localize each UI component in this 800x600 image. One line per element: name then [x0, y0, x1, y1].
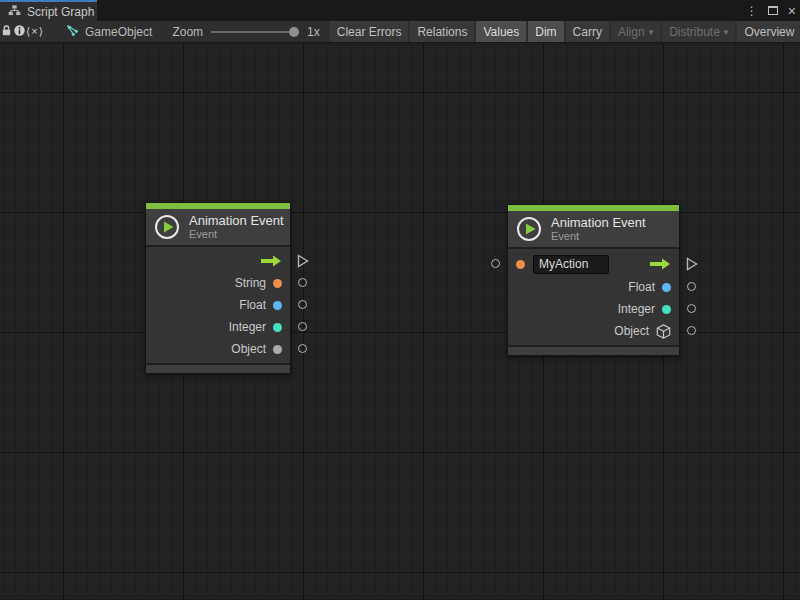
carry-button[interactable]: Carry: [566, 21, 609, 43]
port-label: Float: [239, 298, 266, 312]
dim-button[interactable]: Dim: [528, 21, 563, 43]
lock-icon: [0, 24, 13, 40]
event-name-input[interactable]: [533, 255, 609, 274]
flow-output-port[interactable]: [297, 254, 309, 268]
button-label: Dim: [535, 25, 556, 39]
graph-toolbar: ⟨×⟩ GameObject Zoom 1x: [0, 21, 800, 43]
node-body: Float Integer Object: [508, 249, 679, 345]
port-label: Integer: [618, 302, 655, 316]
button-label: Distribute: [669, 25, 720, 39]
zoom-control: Zoom 1x: [172, 25, 319, 39]
button-label: Overview: [744, 25, 794, 39]
output-port-float[interactable]: [687, 282, 696, 291]
node-subtitle: Event: [189, 228, 284, 241]
node-header[interactable]: Animation Event Event: [146, 209, 290, 247]
output-row-object: Object: [146, 338, 290, 360]
node-header[interactable]: Animation Event Event: [508, 211, 679, 249]
node-footer: [508, 345, 679, 355]
flow-arrow-icon: [260, 255, 282, 267]
zoom-to-fit-button[interactable]: ⟨×⟩: [26, 21, 44, 43]
zoom-slider[interactable]: [211, 26, 299, 38]
zoom-slider-handle[interactable]: [289, 27, 299, 37]
distribute-button[interactable]: Distribute ▾: [662, 21, 735, 43]
node-animation-event-1[interactable]: Animation Event Event: [145, 202, 291, 374]
zoom-to-fit-icon: ⟨×⟩: [26, 25, 44, 38]
graph-target: GameObject: [66, 24, 152, 40]
play-icon: [154, 214, 180, 240]
close-icon[interactable]: ×: [788, 4, 796, 18]
node-footer: [146, 363, 290, 373]
port-label: Float: [628, 280, 655, 294]
name-input-port[interactable]: [491, 259, 500, 268]
button-label: Values: [483, 25, 519, 39]
button-label: Align: [618, 25, 645, 39]
info-icon: [13, 24, 26, 40]
float-type-icon: [662, 283, 671, 292]
chevron-down-icon: ▾: [649, 27, 654, 37]
toolbar-buttons: Clear Errors Relations Values Dim Carry …: [330, 21, 800, 43]
port-label: String: [235, 276, 266, 290]
button-label: Carry: [573, 25, 602, 39]
string-type-icon: [516, 260, 525, 269]
float-type-icon: [273, 301, 282, 310]
graph-canvas[interactable]: Animation Event Event: [0, 43, 800, 599]
zoom-slider-track: [211, 31, 299, 33]
script-graph-window: Script Graph ⋮ ×: [0, 0, 800, 600]
node-subtitle: Event: [551, 230, 646, 243]
button-label: Relations: [417, 25, 467, 39]
output-port-object[interactable]: [687, 326, 696, 335]
output-row-float: Float: [146, 294, 290, 316]
relations-button[interactable]: Relations: [410, 21, 474, 43]
maximize-icon[interactable]: [768, 6, 778, 15]
name-input-row: [508, 252, 679, 276]
window-controls: ⋮ ×: [746, 0, 796, 21]
cube-icon: [656, 324, 671, 339]
info-button[interactable]: [13, 21, 26, 43]
clear-errors-button[interactable]: Clear Errors: [330, 21, 409, 43]
lock-button[interactable]: [0, 21, 13, 43]
graph-icon: [8, 4, 21, 20]
output-row-integer: Integer: [508, 298, 679, 320]
target-label: GameObject: [85, 25, 152, 39]
zoom-value: 1x: [307, 25, 320, 39]
node-animation-event-2[interactable]: Animation Event Event: [507, 204, 680, 356]
tab-script-graph[interactable]: Script Graph: [0, 0, 97, 21]
node-title: Animation Event: [551, 215, 646, 230]
output-row-integer: Integer: [146, 316, 290, 338]
integer-type-icon: [662, 305, 671, 314]
node-titles: Animation Event Event: [189, 213, 284, 241]
flow-output-row: [146, 250, 290, 272]
node-body: String Float Integer Object: [146, 247, 290, 363]
port-label: Object: [614, 324, 649, 338]
output-port-integer[interactable]: [298, 322, 307, 331]
object-type-icon: [273, 345, 282, 354]
output-row-object: Object: [508, 320, 679, 342]
output-row-string: String: [146, 272, 290, 294]
zoom-label: Zoom: [172, 25, 203, 39]
output-port-integer[interactable]: [687, 304, 696, 313]
tab-bar: Script Graph ⋮ ×: [0, 0, 800, 21]
align-button[interactable]: Align ▾: [611, 21, 660, 43]
values-button[interactable]: Values: [476, 21, 526, 43]
output-port-float[interactable]: [298, 300, 307, 309]
chevron-down-icon: ▾: [724, 27, 729, 37]
play-icon: [516, 216, 542, 242]
output-port-object[interactable]: [298, 344, 307, 353]
button-label: Clear Errors: [337, 25, 402, 39]
integer-type-icon: [273, 323, 282, 332]
gameobject-icon: [66, 24, 79, 40]
output-port-string[interactable]: [298, 278, 307, 287]
tab-label: Script Graph: [27, 5, 94, 19]
node-title: Animation Event: [189, 213, 284, 228]
port-label: Object: [231, 342, 266, 356]
string-type-icon: [273, 279, 282, 288]
output-row-float: Float: [508, 276, 679, 298]
port-label: Integer: [229, 320, 266, 334]
flow-arrow-icon: [649, 258, 671, 270]
menu-icon[interactable]: ⋮: [746, 5, 758, 17]
flow-output-port[interactable]: [686, 257, 698, 271]
overview-button[interactable]: Overview: [737, 21, 800, 43]
node-titles: Animation Event Event: [551, 215, 646, 243]
